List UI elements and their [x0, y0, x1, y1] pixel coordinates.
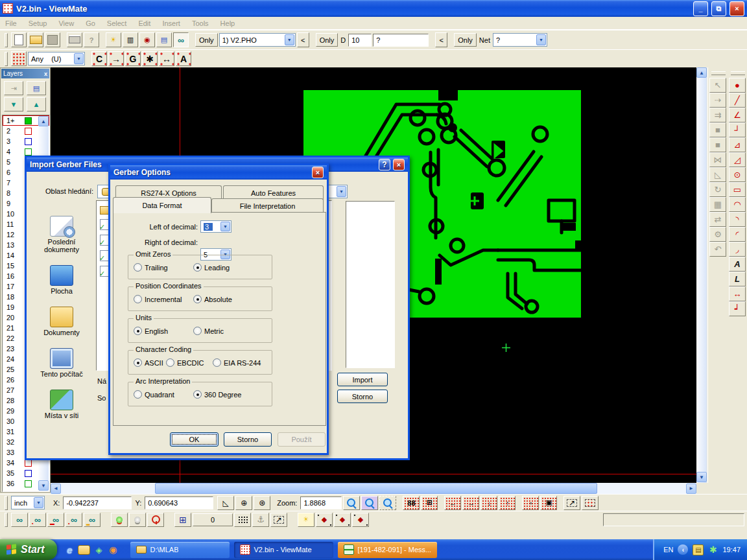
menu-item[interactable]: Edit [138, 19, 150, 27]
taskbar-task[interactable]: [191-482-091] - Mess... [338, 542, 437, 558]
flash-mode-4-icon[interactable]: ◆ [352, 513, 369, 527]
place-item[interactable]: Poslední dokumenty [30, 216, 93, 253]
place-item[interactable]: Dokumenty [30, 307, 93, 336]
separator[interactable] [517, 496, 521, 509]
zoom-lens-icon[interactable] [343, 496, 360, 510]
dcode-filter-input[interactable]: ? [373, 34, 429, 47]
radio-incremental[interactable] [134, 295, 142, 303]
zoom-window-icon[interactable] [379, 496, 396, 510]
shear-tool[interactable]: ◺ [709, 167, 726, 182]
dcode-h-icon[interactable]: ↔ [159, 51, 174, 66]
x-coordinate-field[interactable]: -0.942237 [63, 496, 132, 509]
radio-trailing[interactable] [134, 263, 142, 272]
aperture-list-icon[interactable]: ▥ [123, 32, 138, 47]
flash-mode-1-icon[interactable]: ☀ [298, 513, 314, 527]
menu-item[interactable]: Select [107, 19, 127, 27]
menu-item[interactable]: Go [86, 19, 95, 27]
radio-leading[interactable] [193, 263, 202, 272]
insert-layer-button[interactable]: ⇥ [4, 81, 23, 95]
green-app-icon[interactable]: ◈ [93, 544, 104, 555]
zoom-area-icon[interactable]: ↗ [563, 496, 580, 510]
menu-item[interactable]: Setup [29, 19, 47, 27]
horizontal-scrollbar[interactable]: ◄ ► [51, 483, 696, 494]
flash-mode-2-icon[interactable]: ◆ [316, 513, 333, 527]
view-pads-icon[interactable] [47, 513, 64, 527]
layer-color-swatch[interactable] [25, 480, 32, 487]
dcode-star-icon[interactable]: ✱ [142, 51, 158, 66]
flash-mode-3-icon[interactable]: ◆ [334, 513, 351, 527]
dcode-input[interactable]: 10 [348, 34, 372, 47]
menu-item[interactable]: File [5, 19, 17, 27]
radio-ascii[interactable] [134, 358, 142, 367]
dcode-arrow-icon[interactable]: → [108, 51, 124, 66]
place-item[interactable]: Místa v síti [30, 390, 93, 419]
toolbar-grip[interactable] [5, 496, 8, 510]
tab-auto-features[interactable]: Auto Features [223, 185, 324, 200]
dot-grid-icon[interactable] [234, 513, 251, 527]
dcode-g-icon[interactable]: G [125, 51, 141, 66]
toolbar-grip[interactable] [5, 513, 8, 527]
save-file-button[interactable] [45, 32, 60, 47]
net-combo[interactable]: ? ▼ [493, 33, 547, 47]
fill-square-large-tool[interactable]: ■ [709, 137, 726, 152]
pan-left-icon[interactable]: ← [444, 496, 461, 510]
text-tool[interactable]: A [729, 257, 746, 272]
taskbar-task[interactable]: D:\MLAB [130, 542, 230, 558]
corner-down-tool[interactable]: ┙ [729, 301, 746, 316]
layer-color-swatch[interactable] [25, 148, 32, 156]
curve-nw-tool[interactable]: ◜ [729, 227, 746, 242]
language-indicator[interactable]: EN [663, 546, 673, 554]
center-point-icon[interactable]: ⊕ [235, 496, 252, 510]
start-button[interactable]: Start [0, 539, 57, 560]
scroll-up-icon[interactable]: ▲ [38, 116, 49, 126]
left-of-decimal-combo[interactable]: 3 ▼ [200, 220, 231, 233]
select-area-icon[interactable] [582, 496, 599, 510]
triangle-tool[interactable]: ◿ [729, 152, 746, 167]
line-tool[interactable]: ╱ [729, 93, 746, 108]
layer-table-button[interactable]: ▤ [27, 81, 46, 95]
highlight-on-icon[interactable] [111, 513, 128, 527]
help-button[interactable]: ? [379, 159, 390, 170]
anchor-icon[interactable]: ⚓ [252, 513, 269, 527]
dcode-pattern-button[interactable] [11, 51, 27, 66]
layer-color-swatch[interactable] [25, 138, 32, 145]
chevron-down-icon[interactable]: ▼ [285, 34, 294, 45]
separator[interactable] [439, 496, 443, 509]
separator[interactable] [397, 496, 401, 509]
palette-grip[interactable] [731, 71, 745, 75]
layer-colors-icon[interactable]: ▤ [156, 32, 172, 47]
flash-layer-icon[interactable]: ☀ [106, 32, 121, 47]
cancel-button[interactable]: Storno [224, 432, 272, 447]
snap-icon[interactable]: ⊛ [254, 496, 270, 510]
rotate-tool[interactable]: ↻ [709, 182, 726, 197]
curve-se-tool[interactable]: ◞ [729, 242, 746, 257]
grid-view-icon[interactable]: ⊞ [421, 496, 438, 510]
chevron-down-icon[interactable]: ▼ [74, 53, 84, 64]
layer-up-button[interactable]: ▲ [27, 97, 46, 111]
context-help-button[interactable]: ? [84, 32, 99, 47]
y-coordinate-field[interactable]: 0.690643 [145, 496, 213, 509]
arc-angle-tool[interactable]: ⊿ [729, 137, 746, 152]
messenger-tray-icon[interactable]: ▤ [693, 544, 704, 555]
layer-color-swatch[interactable] [25, 470, 32, 477]
new-file-button[interactable] [11, 32, 27, 47]
layer-combo[interactable]: 1) V2.PHO ▼ [219, 33, 296, 47]
menu-item[interactable]: Tools [192, 19, 209, 27]
angle-measure-icon[interactable]: ◺ [217, 496, 234, 510]
layer-color-swatch[interactable] [25, 460, 32, 467]
tab-data-format[interactable]: Data Format [113, 197, 211, 213]
radio-english[interactable] [134, 327, 142, 335]
radio-absolute[interactable] [193, 295, 202, 303]
ie-icon[interactable]: e [64, 544, 75, 555]
scroll-right-icon[interactable]: ► [686, 484, 696, 494]
radio-360-degree[interactable] [193, 390, 202, 399]
palette-grip[interactable] [711, 71, 726, 75]
place-item[interactable]: Plocha [30, 265, 93, 295]
separator[interactable] [558, 496, 562, 509]
dcode-a-icon[interactable]: A [176, 51, 191, 66]
undo-tool[interactable]: ↶ [709, 242, 726, 257]
close-button[interactable]: × [729, 1, 744, 16]
dcode-c-icon[interactable]: C [91, 51, 107, 66]
highlight-off-icon[interactable] [129, 513, 146, 527]
move-origin-icon[interactable]: ▫ [522, 496, 539, 510]
